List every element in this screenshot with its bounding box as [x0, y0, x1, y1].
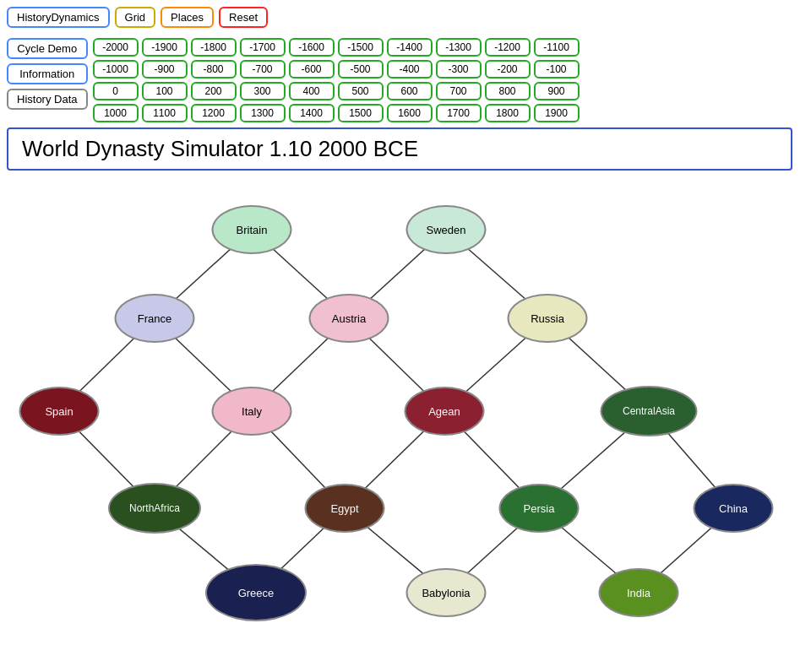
year-button--2000[interactable]: -2000: [93, 38, 139, 57]
node-russia[interactable]: Russia: [508, 294, 588, 343]
year-button--1100[interactable]: -1100: [534, 38, 580, 57]
year-button-900[interactable]: 900: [534, 82, 580, 100]
year-button--1800[interactable]: -1800: [191, 38, 237, 57]
node-babylonia[interactable]: Babylonia: [406, 568, 487, 617]
node-egypt[interactable]: Egypt: [305, 484, 385, 533]
year-button-1300[interactable]: 1300: [240, 104, 286, 122]
year-button-1500[interactable]: 1500: [338, 104, 384, 122]
years-row-1: -1000-900-800-700-600-500-400-300-200-10…: [93, 60, 580, 79]
year-button-0[interactable]: 0: [93, 82, 139, 100]
node-france[interactable]: France: [115, 294, 195, 343]
node-sweden[interactable]: Sweden: [406, 205, 487, 254]
title-box: World Dynasty Simulator 1.10 2000 BCE: [7, 127, 792, 171]
history-data-button[interactable]: History Data: [7, 89, 88, 110]
year-button--1600[interactable]: -1600: [289, 38, 335, 57]
node-northafrica[interactable]: NorthAfrica: [108, 483, 201, 534]
page-title: World Dynasty Simulator 1.10 2000 BCE: [22, 136, 418, 161]
history-dynamics-button[interactable]: HistoryDynamics: [7, 7, 110, 28]
year-button-600[interactable]: 600: [387, 82, 433, 100]
year-button--1000[interactable]: -1000: [93, 60, 139, 79]
cycle-demo-button[interactable]: Cycle Demo: [7, 38, 88, 59]
year-button--1500[interactable]: -1500: [338, 38, 384, 57]
year-button-100[interactable]: 100: [142, 82, 188, 100]
places-button[interactable]: Places: [161, 7, 214, 28]
year-button--100[interactable]: -100: [534, 60, 580, 79]
year-button-1900[interactable]: 1900: [534, 104, 580, 122]
year-button--1900[interactable]: -1900: [142, 38, 188, 57]
year-button--500[interactable]: -500: [338, 60, 384, 79]
diagram-container: BritainSwedenFranceAustriaRussiaSpainIta…: [7, 179, 792, 635]
node-britain[interactable]: Britain: [212, 205, 292, 254]
top-toolbar: HistoryDynamics Grid Places Reset: [7, 7, 580, 28]
year-button-1700[interactable]: 1700: [436, 104, 482, 122]
year-button-200[interactable]: 200: [191, 82, 237, 100]
year-button--600[interactable]: -600: [289, 60, 335, 79]
years-row-3: 1000110012001300140015001600170018001900: [93, 104, 580, 122]
year-button--800[interactable]: -800: [191, 60, 237, 79]
year-button-700[interactable]: 700: [436, 82, 482, 100]
year-button--1300[interactable]: -1300: [436, 38, 482, 57]
year-button--700[interactable]: -700: [240, 60, 286, 79]
year-button--900[interactable]: -900: [142, 60, 188, 79]
year-button-300[interactable]: 300: [240, 82, 286, 100]
node-austria[interactable]: Austria: [309, 294, 389, 343]
years-row-2: 0100200300400500600700800900: [93, 82, 580, 100]
year-button-1800[interactable]: 1800: [485, 104, 531, 122]
year-button--400[interactable]: -400: [387, 60, 433, 79]
year-button-1200[interactable]: 1200: [191, 104, 237, 122]
node-persia[interactable]: Persia: [499, 484, 580, 533]
year-button--1200[interactable]: -1200: [485, 38, 531, 57]
year-button-1600[interactable]: 1600: [387, 104, 433, 122]
year-button-800[interactable]: 800: [485, 82, 531, 100]
year-button-1400[interactable]: 1400: [289, 104, 335, 122]
node-india[interactable]: India: [599, 568, 679, 617]
year-button-400[interactable]: 400: [289, 82, 335, 100]
reset-button[interactable]: Reset: [219, 7, 268, 28]
node-china[interactable]: China: [694, 484, 774, 533]
node-centralasia[interactable]: CentralAsia: [601, 386, 698, 436]
year-button--200[interactable]: -200: [485, 60, 531, 79]
node-greece[interactable]: Greece: [205, 564, 307, 621]
year-button--1700[interactable]: -1700: [240, 38, 286, 57]
node-italy[interactable]: Italy: [212, 387, 292, 436]
left-buttons: HistoryDynamics Grid Places Reset Cycle …: [7, 7, 580, 122]
years-row-0: -2000-1900-1800-1700-1600-1500-1400-1300…: [93, 38, 580, 57]
year-button--1400[interactable]: -1400: [387, 38, 433, 57]
year-button-1000[interactable]: 1000: [93, 104, 139, 122]
year-button-500[interactable]: 500: [338, 82, 384, 100]
year-button--300[interactable]: -300: [436, 60, 482, 79]
node-agean[interactable]: Agean: [405, 387, 485, 436]
year-button-1100[interactable]: 1100: [142, 104, 188, 122]
grid-button[interactable]: Grid: [115, 7, 156, 28]
information-button[interactable]: Information: [7, 63, 88, 84]
node-spain[interactable]: Spain: [19, 387, 100, 436]
years-section: -2000-1900-1800-1700-1600-1500-1400-1300…: [93, 38, 580, 122]
